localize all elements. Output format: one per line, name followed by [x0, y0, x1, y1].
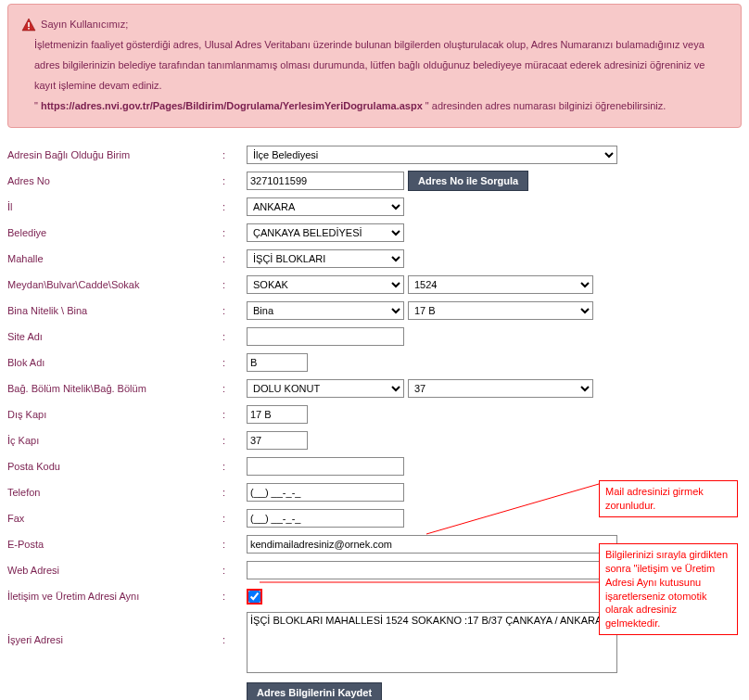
label-siteadi: Site Adı	[7, 331, 222, 342]
select-bina-no[interactable]: 17 B	[408, 301, 593, 320]
label-diskapi: Dış Kapı	[7, 409, 222, 420]
label-bina: Bina Nitelik \ Bina	[7, 305, 222, 316]
input-telefon[interactable]	[247, 483, 404, 502]
label-belediye: Belediye	[7, 227, 222, 238]
select-cadde-tip[interactable]: SOKAK	[247, 275, 404, 294]
textarea-isyeri[interactable]: İŞÇİ BLOKLARI MAHALLESİ 1524 SOKAKNO :17…	[247, 612, 617, 673]
label-fax: Fax	[7, 513, 222, 524]
warning-panel: Sayın Kullanıcımız; İşletmenizin faaliye…	[7, 4, 742, 128]
save-button[interactable]: Adres Bilgilerini Kaydet	[247, 682, 382, 700]
warning-body-1: İşletmenizin faaliyet gösterdiği adres, …	[34, 34, 728, 95]
label-isyeri: İşyeri Adresi	[7, 612, 222, 645]
input-webadresi[interactable]	[247, 561, 617, 579]
svg-rect-2	[28, 28, 30, 30]
annotation-mail: Mail adresinizi girmek zorunludur.	[599, 480, 738, 517]
query-button[interactable]: Adres No ile Sorgula	[408, 171, 528, 191]
warning-icon	[21, 18, 36, 32]
checkbox-iletisim[interactable]	[248, 591, 260, 603]
label-eposta: E-Posta	[7, 539, 222, 550]
input-postakodu[interactable]	[247, 457, 404, 476]
input-eposta[interactable]	[247, 535, 617, 554]
label-webadresi: Web Adresi	[7, 565, 222, 576]
warning-link-prefix: "	[34, 100, 41, 111]
warning-title: Sayın Kullanıcımız;	[41, 19, 128, 30]
label-postakodu: Posta Kodu	[7, 461, 222, 472]
label-bagbolum: Bağ. Bölüm Nitelik\Bağ. Bölüm	[7, 383, 222, 394]
input-siteadi[interactable]	[247, 327, 404, 346]
checkbox-highlight	[247, 589, 262, 605]
warning-link[interactable]: https://adres.nvi.gov.tr/Pages/Bildirim/…	[41, 100, 423, 111]
label-cadde: Meydan\Bulvar\Cadde\Sokak	[7, 279, 222, 290]
label-mahalle: Mahalle	[7, 253, 222, 264]
input-adresno[interactable]	[247, 172, 404, 190]
select-bagbolum-tip[interactable]: DOLU KONUT	[247, 379, 404, 398]
label-adresno: Adres No	[7, 175, 222, 186]
select-bagbolum-no[interactable]: 37	[408, 379, 593, 398]
input-fax[interactable]	[247, 509, 404, 528]
input-diskapi[interactable]	[247, 405, 308, 424]
annotation-iletisim: Bilgilerinizi sırayla girdikten sonra "i…	[599, 543, 738, 635]
label-blokadi: Blok Adı	[7, 357, 222, 368]
input-ickapi[interactable]	[247, 431, 308, 450]
label-birim: Adresin Bağlı Olduğu Birim	[7, 149, 222, 160]
select-mahalle[interactable]: İŞÇİ BLOKLARI	[247, 249, 404, 268]
label-iletisim: İletişim ve Üretim Adresi Aynı	[7, 591, 222, 602]
select-il[interactable]: ANKARA	[247, 197, 404, 216]
select-bina-tip[interactable]: Bina	[247, 301, 404, 320]
label-telefon: Telefon	[7, 487, 222, 498]
input-blokadi[interactable]	[247, 353, 308, 372]
select-birim[interactable]: İlçe Belediyesi	[247, 146, 617, 164]
select-belediye[interactable]: ÇANKAYA BELEDİYESİ	[247, 223, 404, 242]
select-cadde-no[interactable]: 1524	[408, 275, 593, 294]
label-il: İl	[7, 201, 222, 212]
svg-rect-1	[28, 22, 30, 27]
warning-link-suffix: " adresinden adres numarası bilginizi öğ…	[423, 100, 666, 111]
label-ickapi: İç Kapı	[7, 435, 222, 446]
